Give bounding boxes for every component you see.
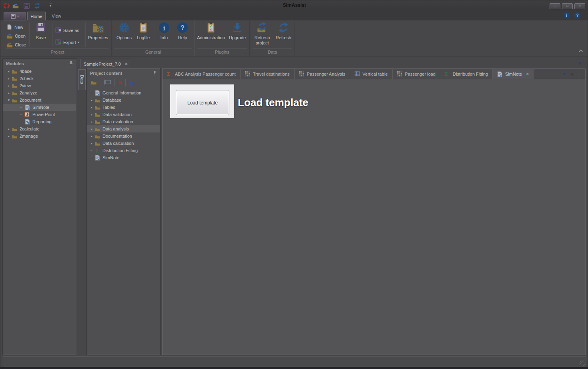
project-tree-item[interactable]: ▸ Tables (87, 104, 160, 111)
project-content-title: Project content (90, 71, 122, 76)
project-document-tab[interactable]: SampleProject_7.0 × (80, 59, 131, 68)
expand-arrow-icon[interactable]: ▸ (89, 120, 94, 124)
info-button[interactable]: i Info (156, 21, 173, 40)
expand-arrow-icon[interactable]: ▸ (6, 91, 11, 95)
tab-home[interactable]: Home (27, 12, 46, 20)
expand-arrow-icon[interactable]: ▸ (89, 134, 94, 138)
module-tree-item[interactable]: ▸ 2calculate (3, 125, 76, 132)
expand-arrow-icon[interactable]: ▸ (89, 127, 94, 131)
module-tree-item[interactable]: ▸ 4base (3, 68, 76, 75)
module-tree-item[interactable]: PowerPoint (3, 111, 76, 118)
tab-dropdown-icon[interactable]: ▾ (563, 71, 566, 76)
expand-arrow-icon[interactable]: ▸ (6, 134, 11, 138)
project-content-tree: General Information ▸ Database ▸ Tables … (87, 88, 160, 161)
expand-arrow-icon[interactable]: ▸ (89, 142, 94, 145)
module-tree-item[interactable]: ▸ 2analyze (3, 89, 76, 96)
tab-list-dropdown-icon[interactable]: ▼ (577, 61, 582, 66)
load-template-button[interactable]: Load template (176, 90, 229, 115)
expand-arrow-icon[interactable]: ▾ (6, 98, 11, 102)
svg-text:i: i (163, 24, 165, 32)
collapse-ribbon-icon[interactable] (578, 47, 584, 54)
project-tree-item[interactable]: ▸ Database (87, 96, 160, 104)
project-tab-close-icon[interactable]: × (125, 61, 128, 67)
info-circle-icon[interactable]: i (564, 12, 570, 18)
module-tree-item[interactable]: Reporting (3, 118, 76, 125)
new-button[interactable]: New (5, 23, 24, 31)
project-tree-item[interactable]: ▸ Documentation (87, 132, 160, 140)
project-tree-item[interactable]: ▸ Data validation (87, 111, 160, 118)
pin-icon[interactable] (69, 61, 73, 66)
project-tree-item[interactable]: Σ Distribution Fitting (87, 147, 160, 154)
ribbon: New Open Close Save Save as (0, 20, 588, 56)
doc-icon (94, 154, 100, 161)
refresh-project-button[interactable]: Refresh project (251, 21, 273, 46)
properties-button[interactable]: Properties (86, 21, 110, 40)
close-button[interactable]: × (574, 3, 585, 9)
tab-close-icon[interactable]: × (526, 71, 529, 77)
document-tab[interactable]: Travel destinations (241, 69, 295, 79)
folder-icon (94, 140, 100, 146)
folder-icon (94, 133, 100, 139)
delete-icon[interactable]: × (118, 80, 122, 86)
expand-arrow-icon[interactable]: ▸ (89, 106, 94, 109)
pivot-grid-icon (397, 71, 403, 77)
project-tree-item[interactable]: ▸ Data evaluation (87, 118, 160, 125)
administration-button[interactable]: ✓× Administration (196, 21, 226, 40)
resize-grip[interactable] (580, 361, 585, 366)
svg-text:×: × (210, 28, 212, 32)
document-tab[interactable]: Passenger Analysis (295, 69, 350, 79)
module-tree-item[interactable]: ▸ 2manage (3, 132, 76, 140)
document-tab[interactable]: Passenger load (393, 69, 440, 79)
save-button[interactable]: Save (31, 21, 51, 40)
favorite-star-icon[interactable]: ★ (129, 80, 134, 86)
project-tree-item[interactable]: General Information (87, 89, 160, 96)
upgrade-button[interactable]: Upgrade (227, 21, 248, 40)
expand-arrow-icon[interactable]: ▸ (6, 77, 11, 80)
module-tree-item[interactable]: ▸ 2check (3, 75, 76, 82)
expand-arrow-icon[interactable]: ▸ (89, 98, 94, 102)
save-as-button[interactable]: Save as (54, 26, 80, 34)
table-blue-icon (355, 71, 360, 77)
tab-view[interactable]: View (48, 12, 65, 20)
module-tree-item[interactable]: SimNote (3, 104, 76, 111)
document-tab[interactable]: Σ ABC Analysis Passenger count (163, 69, 241, 79)
template-box-icon[interactable] (104, 79, 111, 86)
open-button[interactable]: Open (5, 32, 27, 40)
module-tree-item[interactable]: ▸ 2view (3, 82, 76, 89)
help-icon: ? (177, 21, 188, 34)
status-bar (3, 356, 586, 367)
document-tab-bar: Σ ABC Analysis Passenger count Travel de… (163, 69, 585, 79)
ribbon-group-label-plugins: Plugins (197, 49, 247, 56)
application-menu-button[interactable]: ▾ (4, 12, 26, 20)
close-project-button[interactable]: Close (5, 40, 27, 49)
expand-arrow-icon[interactable]: ▸ (6, 84, 11, 88)
project-tree-item[interactable]: SimNote (87, 154, 160, 161)
open-template-icon[interactable] (90, 79, 97, 86)
title-bar: ▾ SimAssist – □ × (0, 0, 588, 11)
expand-arrow-icon[interactable]: ▸ (89, 113, 94, 116)
menu-list-icon (11, 14, 16, 19)
simnote-icon (24, 104, 30, 110)
help-button[interactable]: ? Help (174, 21, 191, 40)
project-tree-item[interactable]: ▸ Data calculation (87, 140, 160, 147)
expand-arrow-icon[interactable]: ▸ (6, 70, 11, 73)
expand-arrow-icon[interactable]: ▸ (6, 127, 11, 131)
project-tree-item[interactable]: ▸ Data analysis (87, 125, 160, 132)
load-template-button-label: Load template (187, 100, 218, 106)
help-circle-icon[interactable]: ? (574, 12, 580, 18)
tab-scroll-left-icon[interactable]: ◀ (570, 72, 574, 76)
document-tab[interactable]: SimNote × (493, 69, 534, 79)
document-tab[interactable]: Vertical table (350, 69, 393, 79)
export-button[interactable]: Export ▾ (54, 38, 80, 46)
maximize-button[interactable]: □ (562, 3, 573, 9)
data-side-tab[interactable]: Data (78, 69, 86, 90)
modules-panel-header: Modules (3, 59, 76, 68)
refresh-button[interactable]: Refresh (274, 21, 293, 40)
pin-icon[interactable] (153, 70, 157, 76)
options-button[interactable]: Options (115, 21, 133, 40)
document-tab[interactable]: Σ Distribution Fitting (440, 69, 493, 79)
pivot-grid-icon (245, 71, 251, 77)
logfile-button[interactable]: Logfile (134, 21, 153, 40)
minimize-button[interactable]: – (550, 3, 560, 9)
module-tree-item[interactable]: ▾ 2document (3, 96, 76, 104)
